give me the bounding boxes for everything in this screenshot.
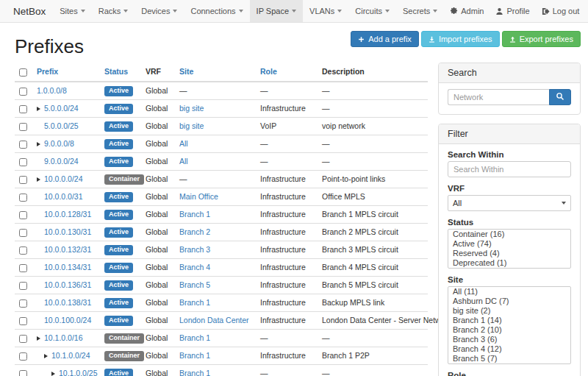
nav-item-devices[interactable]: Devices xyxy=(135,0,184,22)
site-link[interactable]: Branch 4 xyxy=(179,263,210,272)
row-checkbox[interactable] xyxy=(19,317,27,325)
select-all-checkbox[interactable] xyxy=(19,68,27,77)
nav-item-connections[interactable]: Connections xyxy=(184,0,249,22)
prefix-link[interactable]: 9.0.0.0/8 xyxy=(44,139,74,148)
prefix-link[interactable]: 10.1.0.0/25 xyxy=(59,369,98,376)
vrf-select[interactable]: All xyxy=(448,195,571,211)
row-checkbox[interactable] xyxy=(19,229,27,237)
status-option[interactable]: Active (74) xyxy=(448,239,570,249)
search-input[interactable] xyxy=(448,89,549,105)
site-link[interactable]: Main Office xyxy=(179,192,218,201)
column-header-desc: Description xyxy=(318,63,428,82)
row-checkbox[interactable] xyxy=(19,352,27,361)
expand-arrow-icon[interactable] xyxy=(44,354,48,358)
export-prefixes-button[interactable]: Export prefixes xyxy=(502,31,581,47)
search-within-label: Search Within xyxy=(448,150,571,159)
expand-arrow-icon[interactable] xyxy=(51,372,55,376)
role-cell: VoIP xyxy=(256,117,318,135)
site-link[interactable]: Branch 1 xyxy=(179,351,210,360)
row-checkbox[interactable] xyxy=(19,123,27,131)
row-checkbox[interactable] xyxy=(19,264,27,272)
site-filter-listbox[interactable]: All (11)Ashburn DC (7)big site (2)Branch… xyxy=(448,286,571,364)
row-checkbox[interactable] xyxy=(19,141,27,149)
row-checkbox[interactable] xyxy=(19,335,27,343)
search-panel: Search xyxy=(438,63,581,115)
site-option[interactable]: Branch 1 (14) xyxy=(448,316,570,325)
row-checkbox[interactable] xyxy=(19,370,27,376)
status-option[interactable]: Container (16) xyxy=(448,230,570,239)
expand-arrow-icon[interactable] xyxy=(37,177,40,182)
prefix-link[interactable]: 10.0.0.128/31 xyxy=(44,210,91,219)
row-checkbox[interactable] xyxy=(19,158,27,166)
site-link[interactable]: Branch 1 xyxy=(179,298,210,307)
column-header-site[interactable]: Site xyxy=(175,63,256,82)
app-logo[interactable]: NetBox xyxy=(6,0,53,22)
status-option[interactable]: Reserved (4) xyxy=(448,249,570,258)
column-header-status[interactable]: Status xyxy=(100,63,141,82)
site-link[interactable]: big site xyxy=(179,104,204,113)
prefix-link[interactable]: 10.0.0.138/31 xyxy=(44,298,91,307)
prefix-link[interactable]: 10.0.0.134/31 xyxy=(44,263,91,272)
site-link[interactable]: big site xyxy=(179,121,204,130)
nav-item-vlans[interactable]: VLANs xyxy=(303,0,348,22)
prefix-link[interactable]: 10.0.0.0/24 xyxy=(44,174,83,183)
site-link[interactable]: Branch 1 xyxy=(179,210,210,219)
prefix-link[interactable]: 1.0.0.0/8 xyxy=(37,86,67,95)
search-within-input[interactable] xyxy=(448,161,571,177)
site-option[interactable]: Branch 4 (12) xyxy=(448,344,570,354)
row-checkbox[interactable] xyxy=(19,176,27,184)
row-checkbox[interactable] xyxy=(19,246,27,255)
import-prefixes-button[interactable]: Import prefixes xyxy=(421,31,500,47)
prefix-link[interactable]: 10.1.0.0/16 xyxy=(44,333,83,342)
site-link[interactable]: Branch 1 xyxy=(179,333,210,342)
nav-item-secrets[interactable]: Secrets xyxy=(396,0,444,22)
status-filter-listbox[interactable]: Container (16)Active (74)Reserved (4)Dep… xyxy=(448,229,571,269)
nav-item-profile[interactable]: Profile xyxy=(490,0,535,22)
nav-item-sites[interactable]: Sites xyxy=(53,0,91,22)
prefix-link[interactable]: 10.0.100.0/24 xyxy=(44,316,91,324)
row-checkbox[interactable] xyxy=(19,211,27,219)
row-checkbox[interactable] xyxy=(19,194,27,202)
site-link[interactable]: Branch 3 xyxy=(179,245,210,254)
column-header-role[interactable]: Role xyxy=(256,63,318,82)
nav-item-admin[interactable]: Admin xyxy=(444,0,490,22)
site-option[interactable]: Branch 5 (7) xyxy=(448,354,570,363)
expand-arrow-icon[interactable] xyxy=(37,336,40,341)
site-link[interactable]: Branch 2 xyxy=(179,227,210,236)
status-badge: Active xyxy=(104,369,133,376)
status-option[interactable]: Deprecated (1) xyxy=(448,258,570,268)
site-link[interactable]: Branch 1 xyxy=(179,369,210,376)
filter-panel: Filter Search Within VRF All Status Cont… xyxy=(438,124,581,376)
prefix-link[interactable]: 10.0.0.0/31 xyxy=(44,192,83,201)
prefix-link[interactable]: 10.0.0.130/31 xyxy=(44,227,91,236)
prefix-link[interactable]: 9.0.0.0/24 xyxy=(44,157,79,166)
site-link[interactable]: Branch 5 xyxy=(179,280,210,289)
row-checkbox[interactable] xyxy=(19,105,27,113)
site-option[interactable]: Ashburn DC (7) xyxy=(448,297,570,306)
site-option[interactable]: Branch 3 (6) xyxy=(448,335,570,344)
add-prefix-button[interactable]: Add a prefix xyxy=(351,31,419,47)
site-option[interactable]: big site (2) xyxy=(448,306,570,316)
site-link[interactable]: London Data Center xyxy=(179,316,249,324)
prefix-link[interactable]: 10.1.0.0/24 xyxy=(51,351,90,360)
column-header-prefix[interactable]: Prefix xyxy=(32,63,100,82)
expand-arrow-icon[interactable] xyxy=(37,107,40,111)
site-option[interactable]: Branch 2 (10) xyxy=(448,325,570,335)
nav-item-ip-space[interactable]: IP Space xyxy=(250,0,303,22)
row-checkbox[interactable] xyxy=(19,299,27,308)
nav-item-logout[interactable]: Log out xyxy=(536,0,586,22)
row-checkbox[interactable] xyxy=(19,88,27,96)
prefix-link[interactable]: 5.0.0.0/25 xyxy=(44,121,79,130)
site-option[interactable]: All (11) xyxy=(448,287,570,297)
expand-arrow-icon[interactable] xyxy=(37,142,40,146)
site-link[interactable]: All xyxy=(179,139,188,148)
nav-item-circuits[interactable]: Circuits xyxy=(348,0,396,22)
site-option[interactable]: COLO 1-24 (8) xyxy=(448,363,570,364)
site-link[interactable]: All xyxy=(179,157,188,166)
nav-item-racks[interactable]: Racks xyxy=(92,0,135,22)
row-checkbox[interactable] xyxy=(19,282,27,290)
prefix-link[interactable]: 10.0.0.136/31 xyxy=(44,280,91,289)
search-button[interactable] xyxy=(549,89,571,105)
prefix-link[interactable]: 5.0.0.0/24 xyxy=(44,104,79,113)
prefix-link[interactable]: 10.0.0.132/31 xyxy=(44,245,91,254)
